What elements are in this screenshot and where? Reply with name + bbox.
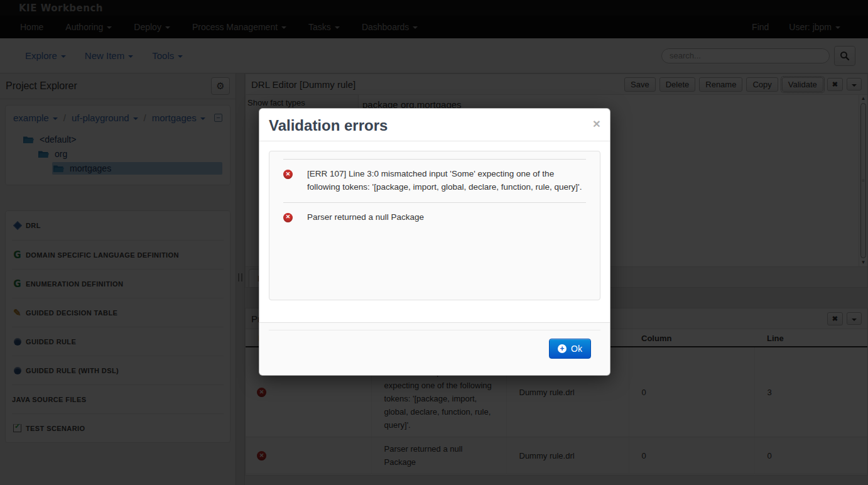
error-list: ✕ [ERR 107] Line 3:0 mismatched input 'S…: [269, 151, 600, 300]
error-message: Parser returned a null Package: [307, 211, 424, 224]
error-icon: ✕: [283, 170, 293, 179]
validation-errors-modal: Validation errors × ✕ [ERR 107] Line 3:0…: [259, 108, 610, 376]
circle-plus-icon: +: [558, 344, 567, 353]
list-item: ✕ Parser returned a null Package: [283, 202, 586, 232]
close-icon: ×: [593, 116, 600, 131]
error-icon: ✕: [283, 213, 293, 222]
list-item: ✕ [ERR 107] Line 3:0 mismatched input 'S…: [283, 159, 586, 202]
error-message: [ERR 107] Line 3:0 mismatched input 'Som…: [307, 168, 586, 194]
modal-body: ✕ [ERR 107] Line 3:0 mismatched input 'S…: [259, 141, 610, 322]
modal-title: Validation errors: [269, 117, 388, 134]
modal-close-button[interactable]: ×: [593, 117, 600, 130]
modal-footer: + Ok: [259, 322, 610, 375]
ok-button[interactable]: + Ok: [549, 339, 591, 359]
modal-header: Validation errors ×: [259, 109, 610, 141]
